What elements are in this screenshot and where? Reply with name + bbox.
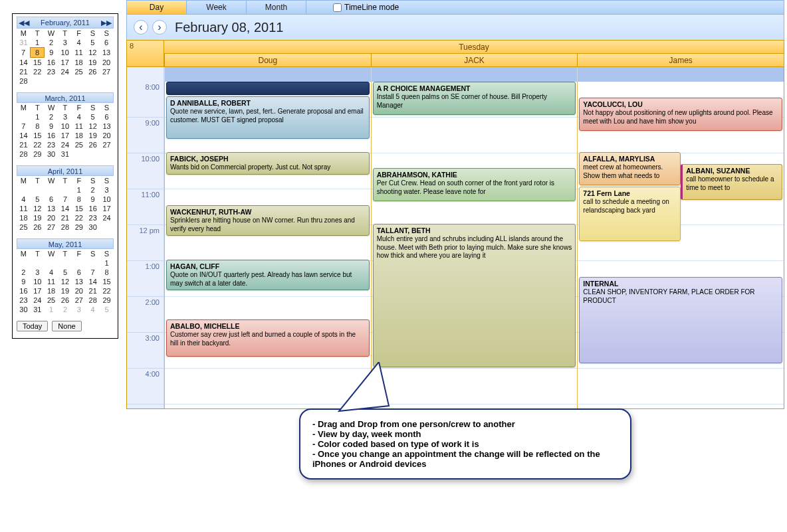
cal-day-cell[interactable] — [100, 76, 114, 86]
appointment[interactable]: 721 Fern Lanecall to schedule a meeting … — [579, 187, 681, 241]
cal-day-cell[interactable]: 22 — [31, 67, 45, 76]
cal-day-cell[interactable]: 14 — [17, 58, 31, 68]
cal-day-cell[interactable] — [58, 185, 72, 195]
cal-day-cell[interactable]: 30 — [86, 222, 100, 232]
cal-day-cell[interactable]: 18 — [17, 213, 31, 222]
cal-day-cell[interactable]: 19 — [86, 131, 100, 140]
cal-day-cell[interactable]: 6 — [100, 38, 114, 48]
cal-day-cell[interactable]: 20 — [100, 131, 114, 140]
cal-day-cell[interactable]: 28 — [17, 149, 31, 159]
cal-day-cell[interactable]: 17 — [58, 58, 72, 68]
cal-day-cell[interactable]: 1 — [100, 258, 114, 268]
timeline-checkbox[interactable] — [333, 3, 342, 12]
appointment[interactable]: YACOLUCCI, LOUNot happy about positionin… — [579, 98, 782, 131]
allday-cell[interactable] — [164, 67, 371, 82]
cal-day-cell[interactable]: 22 — [31, 140, 45, 149]
cal-day-cell[interactable]: 21 — [17, 140, 31, 149]
cal-day-cell[interactable]: 27 — [72, 296, 86, 305]
cal-day-cell[interactable] — [72, 149, 86, 159]
person-header[interactable]: James — [577, 54, 784, 67]
cal-day-cell[interactable]: 29 — [31, 149, 45, 159]
cal-day-cell[interactable]: 8 — [100, 268, 114, 277]
appointment[interactable]: D ANNIBALLE, ROBERTQuote new service, la… — [166, 96, 370, 139]
appointment[interactable]: ABRAHAMSON, KATHIEPer Cut Crew. Head on … — [373, 168, 576, 201]
cal-day-cell[interactable]: 14 — [17, 131, 31, 140]
cal-day-cell[interactable]: 15 — [31, 131, 45, 140]
cal-day-cell[interactable]: 22 — [100, 286, 114, 296]
cal-day-cell[interactable]: 21 — [86, 286, 100, 296]
cal-day-cell[interactable]: 11 — [72, 48, 86, 58]
allday-cell[interactable] — [371, 67, 578, 82]
cal-day-cell[interactable]: 1 — [45, 305, 58, 314]
cal-day-cell[interactable]: 5 — [31, 195, 45, 204]
cal-day-cell[interactable]: 30 — [17, 305, 31, 314]
cal-day-cell[interactable]: 31 — [58, 149, 72, 159]
cal-day-cell[interactable] — [17, 258, 31, 268]
cal-day-cell[interactable]: 20 — [72, 286, 86, 296]
cal-day-cell[interactable]: 20 — [100, 58, 114, 68]
cal-day-cell[interactable]: 21 — [58, 213, 72, 222]
cal-day-cell[interactable]: 19 — [58, 286, 72, 296]
timeline-mode-check[interactable]: TimeLine mode — [333, 3, 399, 12]
cal-day-cell[interactable] — [31, 258, 45, 268]
cal-day-cell[interactable]: 19 — [86, 58, 100, 68]
cal-day-cell[interactable]: 9 — [17, 277, 31, 286]
view-month-button[interactable]: Month — [247, 1, 306, 14]
person-header[interactable]: Doug — [164, 54, 371, 67]
cal-day-cell[interactable]: 11 — [72, 122, 86, 131]
cal-day-cell[interactable] — [17, 185, 31, 195]
cal-day-cell[interactable] — [86, 149, 100, 159]
cal-day-cell[interactable]: 23 — [17, 296, 31, 305]
cal-day-cell[interactable]: 6 — [45, 195, 58, 204]
cal-day-cell[interactable]: 10 — [58, 48, 72, 58]
cal-day-cell[interactable] — [86, 258, 100, 268]
cal-day-cell[interactable]: 11 — [17, 204, 31, 213]
cal-day-cell[interactable]: 18 — [72, 131, 86, 140]
cal-day-cell[interactable]: 4 — [17, 195, 31, 204]
cal-day-cell[interactable]: 22 — [72, 213, 86, 222]
cal-day-cell[interactable]: 2 — [45, 38, 58, 48]
cal-day-cell[interactable]: 28 — [17, 76, 31, 86]
appointment[interactable]: FABICK, JOSEPHWants bid on Commercial pr… — [166, 152, 370, 175]
cal-day-cell[interactable]: 10 — [100, 195, 114, 204]
appointment[interactable]: INTERNALCLEAN SHOP, INVENTORY FARM, PLAC… — [579, 277, 782, 363]
appointment[interactable]: HAGAN, CLIFFQuote on IN/OUT quarterly pe… — [166, 260, 370, 290]
cal-day-cell[interactable]: 18 — [45, 286, 58, 296]
cal-day-cell[interactable]: 3 — [31, 268, 45, 277]
appointment[interactable]: A R CHOICE MANAGEMENTInstall 5 queen pal… — [373, 82, 576, 115]
cal-day-cell[interactable]: 12 — [86, 122, 100, 131]
cal-day-cell[interactable]: 24 — [58, 67, 72, 76]
cal-day-cell[interactable]: 13 — [100, 48, 114, 58]
cal-day-cell[interactable]: 2 — [58, 305, 72, 314]
cal-day-cell[interactable]: 15 — [100, 277, 114, 286]
cal-day-cell[interactable]: 12 — [86, 48, 100, 58]
next-day-button[interactable]: › — [152, 20, 167, 35]
cal-day-cell[interactable]: 28 — [58, 222, 72, 232]
cal-day-cell[interactable]: 10 — [58, 122, 72, 131]
cal-day-cell[interactable] — [45, 258, 58, 268]
cal-day-cell[interactable] — [86, 76, 100, 86]
cal-day-cell[interactable] — [58, 258, 72, 268]
cal-next-icon[interactable]: ▶▶ — [101, 19, 112, 27]
cal-day-cell[interactable]: 11 — [45, 277, 58, 286]
cal-day-cell[interactable]: 19 — [31, 213, 45, 222]
cal-day-cell[interactable]: 25 — [45, 296, 58, 305]
cal-day-cell[interactable]: 25 — [17, 222, 31, 232]
cal-day-cell[interactable]: 23 — [86, 213, 100, 222]
cal-day-cell[interactable]: 2 — [45, 112, 58, 122]
cal-day-cell[interactable]: 15 — [31, 58, 45, 68]
person-header[interactable]: JACK — [371, 54, 578, 67]
cal-day-cell[interactable]: 25 — [72, 67, 86, 76]
cal-day-cell[interactable]: 4 — [86, 305, 100, 314]
allday-cell[interactable] — [577, 67, 784, 82]
cal-day-cell[interactable]: 29 — [100, 296, 114, 305]
cal-day-cell[interactable]: 2 — [86, 185, 100, 195]
cal-day-cell[interactable]: 1 — [31, 38, 45, 48]
cal-day-cell[interactable]: 14 — [58, 204, 72, 213]
cal-day-cell[interactable]: 18 — [72, 58, 86, 68]
cal-day-cell[interactable]: 7 — [17, 48, 31, 58]
column-doug[interactable]: D ANNIBALLE, ROBERTQuote new service, la… — [164, 82, 371, 408]
cal-day-cell[interactable]: 26 — [31, 222, 45, 232]
cal-day-cell[interactable]: 31 — [31, 305, 45, 314]
cal-day-cell[interactable]: 12 — [31, 204, 45, 213]
